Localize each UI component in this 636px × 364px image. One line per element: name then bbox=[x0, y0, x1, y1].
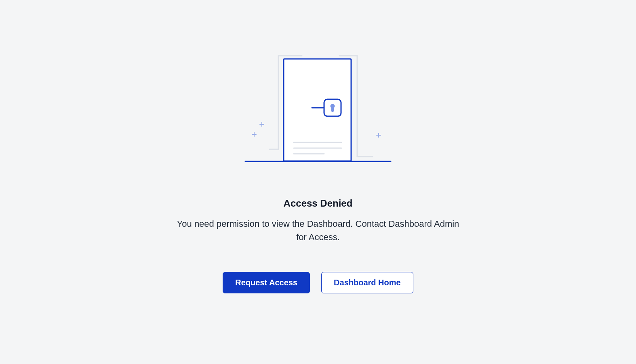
page-description: You need permission to view the Dashboar… bbox=[173, 217, 463, 244]
page-title: Access Denied bbox=[284, 198, 353, 209]
svg-rect-10 bbox=[331, 107, 334, 112]
access-denied-door-illustration bbox=[241, 52, 395, 165]
action-button-row: Request Access Dashboard Home bbox=[223, 272, 413, 293]
dashboard-home-button[interactable]: Dashboard Home bbox=[321, 272, 413, 293]
request-access-button[interactable]: Request Access bbox=[223, 272, 310, 293]
door-lock-icon bbox=[241, 52, 395, 165]
